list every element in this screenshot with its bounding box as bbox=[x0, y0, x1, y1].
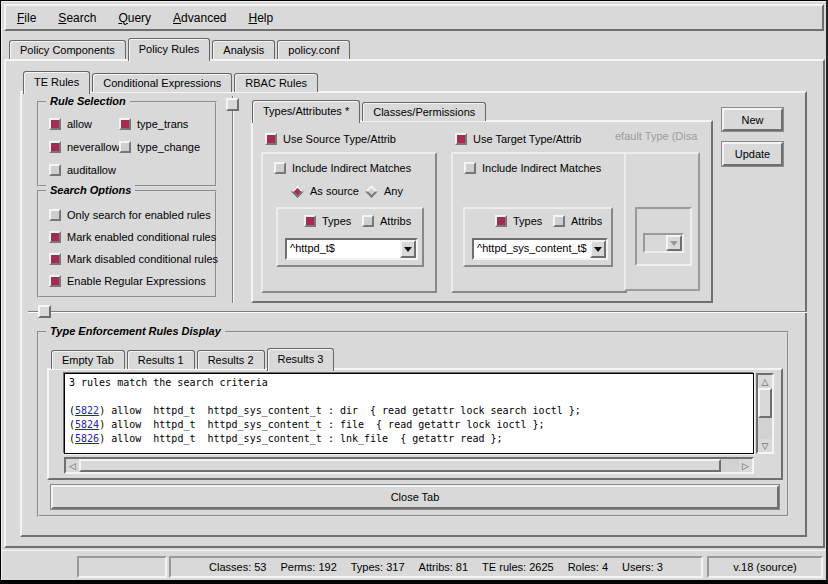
tab-results-3[interactable]: Results 3 bbox=[267, 348, 335, 371]
checkbox-allow[interactable]: allow bbox=[49, 118, 92, 130]
tab-policy-rules[interactable]: Policy Rules bbox=[128, 38, 211, 61]
stat-te-rules: TE rules: 2625 bbox=[482, 561, 554, 573]
horizontal-sash-handle[interactable] bbox=[38, 305, 51, 318]
checkbox-indicator bbox=[495, 215, 507, 227]
menu-file[interactable]: File bbox=[6, 6, 47, 29]
stat-perms: Perms: 192 bbox=[281, 561, 337, 573]
checkbox-label: type_change bbox=[137, 141, 200, 153]
menu-advanced[interactable]: Advanced bbox=[162, 6, 237, 29]
search-options-title: Search Options bbox=[46, 184, 135, 196]
checkbox-label: Include Indirect Matches bbox=[482, 162, 601, 174]
checkbox-label: Enable Regular Expressions bbox=[67, 275, 206, 287]
menu-search[interactable]: Search bbox=[47, 6, 107, 29]
source-type-combo-value[interactable]: ^httpd_t$ bbox=[287, 240, 400, 258]
checkbox-source-indirect[interactable]: Include Indirect Matches bbox=[274, 162, 411, 174]
results-vertical-scrollbar[interactable] bbox=[756, 373, 774, 454]
checkbox-type-change[interactable]: type_change bbox=[119, 141, 200, 153]
scroll-right-icon[interactable] bbox=[739, 459, 752, 472]
checkbox-label: Types bbox=[513, 215, 542, 227]
checkbox-target-types[interactable]: Types bbox=[495, 215, 542, 227]
checkbox-use-target-type[interactable]: Use Target Type/Attrib bbox=[455, 133, 581, 145]
checkbox-indicator bbox=[49, 141, 61, 153]
scroll-left-icon[interactable] bbox=[66, 459, 79, 472]
radio-indicator bbox=[291, 185, 304, 198]
chevron-down-icon[interactable] bbox=[400, 240, 416, 258]
rule-selection-title: Rule Selection bbox=[46, 95, 130, 107]
rule-link[interactable]: 5822 bbox=[75, 405, 99, 416]
default-type-combo-value bbox=[645, 235, 666, 251]
checkbox-indicator bbox=[49, 231, 61, 243]
checkbox-auditallow[interactable]: auditallow bbox=[49, 164, 116, 176]
tab-results-1[interactable]: Results 1 bbox=[127, 350, 195, 369]
checkbox-indicator bbox=[464, 162, 476, 174]
close-tab-button[interactable]: Close Tab bbox=[51, 485, 779, 509]
target-type-combo[interactable]: ^httpd_sys_content_t$ bbox=[472, 238, 608, 260]
te-rules-display-title: Type Enforcement Rules Display bbox=[46, 325, 225, 337]
results-text-area[interactable]: 3 rules match the search criteria (5822)… bbox=[64, 373, 754, 454]
checkbox-only-enabled-rules[interactable]: Only search for enabled rules bbox=[49, 209, 211, 221]
scroll-up-icon[interactable] bbox=[758, 375, 772, 388]
rule-link[interactable]: 5824 bbox=[75, 419, 99, 430]
checkbox-label: Use Source Type/Attrib bbox=[283, 133, 396, 145]
menu-query[interactable]: Query bbox=[107, 6, 162, 29]
checkbox-mark-enabled-conditional[interactable]: Mark enabled conditional rules bbox=[49, 231, 216, 243]
checkbox-label: Include Indirect Matches bbox=[292, 162, 411, 174]
menu-help[interactable]: Help bbox=[237, 6, 284, 29]
checkbox-label: auditallow bbox=[67, 164, 116, 176]
tab-empty-tab[interactable]: Empty Tab bbox=[51, 350, 125, 369]
checkbox-neverallow[interactable]: neverallow bbox=[49, 141, 120, 153]
checkbox-source-attribs[interactable]: Attribs bbox=[362, 215, 411, 227]
checkbox-label: Only search for enabled rules bbox=[67, 209, 211, 221]
tab-analysis[interactable]: Analysis bbox=[212, 40, 275, 59]
rule-selection-group: Rule Selection allow neverallow auditall… bbox=[37, 101, 217, 187]
scrollbar-thumb[interactable] bbox=[79, 459, 721, 472]
chevron-down-icon[interactable] bbox=[590, 240, 606, 258]
tab-classes-permissions[interactable]: Classes/Permissions bbox=[362, 102, 486, 121]
checkbox-enable-regex[interactable]: Enable Regular Expressions bbox=[49, 275, 206, 287]
checkbox-indicator bbox=[49, 275, 61, 287]
status-empty-panel bbox=[77, 556, 167, 578]
stat-users: Users: 3 bbox=[622, 561, 663, 573]
rule-link[interactable]: 5826 bbox=[75, 433, 99, 444]
default-type-combo bbox=[643, 233, 684, 253]
scroll-down-icon[interactable] bbox=[758, 439, 772, 452]
checkbox-type-trans[interactable]: type_trans bbox=[119, 118, 188, 130]
checkbox-label: neverallow bbox=[67, 141, 120, 153]
source-type-combo[interactable]: ^httpd_t$ bbox=[285, 238, 418, 260]
checkbox-use-source-type[interactable]: Use Source Type/Attrib bbox=[265, 133, 396, 145]
tab-results-2[interactable]: Results 2 bbox=[197, 350, 265, 369]
scrollbar-thumb[interactable] bbox=[758, 388, 772, 418]
results-horizontal-scrollbar[interactable] bbox=[64, 457, 754, 474]
checkbox-target-indirect[interactable]: Include Indirect Matches bbox=[464, 162, 601, 174]
checkbox-mark-disabled-conditional[interactable]: Mark disabled conditional rules bbox=[49, 253, 218, 265]
radio-any[interactable]: Any bbox=[365, 185, 403, 197]
tab-policy-conf[interactable]: policy.conf bbox=[277, 40, 350, 59]
radio-label: As source bbox=[310, 185, 359, 197]
vertical-sash[interactable] bbox=[232, 96, 234, 303]
target-type-combo-value[interactable]: ^httpd_sys_content_t$ bbox=[474, 240, 590, 258]
checkbox-source-types[interactable]: Types bbox=[304, 215, 351, 227]
checkbox-target-attribs[interactable]: Attribs bbox=[553, 215, 602, 227]
vertical-sash-handle[interactable] bbox=[226, 98, 239, 111]
tab-te-rules[interactable]: TE Rules bbox=[23, 71, 90, 94]
tab-conditional-expressions[interactable]: Conditional Expressions bbox=[92, 73, 232, 92]
horizontal-sash[interactable] bbox=[28, 311, 807, 313]
checkbox-indicator bbox=[455, 133, 467, 145]
checkbox-indicator bbox=[362, 215, 374, 227]
tab-policy-components[interactable]: Policy Components bbox=[9, 40, 126, 59]
scrollbar-trough bbox=[758, 418, 772, 439]
update-button[interactable]: Update bbox=[722, 142, 783, 166]
apol-window: File Search Query Advanced Help Policy C… bbox=[0, 0, 828, 584]
new-button[interactable]: New bbox=[722, 108, 783, 131]
menu-bar: File Search Query Advanced Help bbox=[4, 4, 824, 31]
stat-types: Types: 317 bbox=[351, 561, 405, 573]
status-stats-panel: Classes: 53 Perms: 192 Types: 317 Attrib… bbox=[169, 556, 703, 578]
radio-as-source[interactable]: As source bbox=[291, 185, 359, 197]
checkbox-label: Types bbox=[322, 215, 351, 227]
checkbox-indicator bbox=[553, 215, 565, 227]
tab-rbac-rules[interactable]: RBAC Rules bbox=[234, 73, 318, 92]
default-type-inner-frame bbox=[635, 207, 692, 266]
checkbox-indicator bbox=[49, 253, 61, 265]
stat-roles: Roles: 4 bbox=[568, 561, 608, 573]
tab-types-attributes[interactable]: Types/Attributes * bbox=[252, 100, 360, 123]
